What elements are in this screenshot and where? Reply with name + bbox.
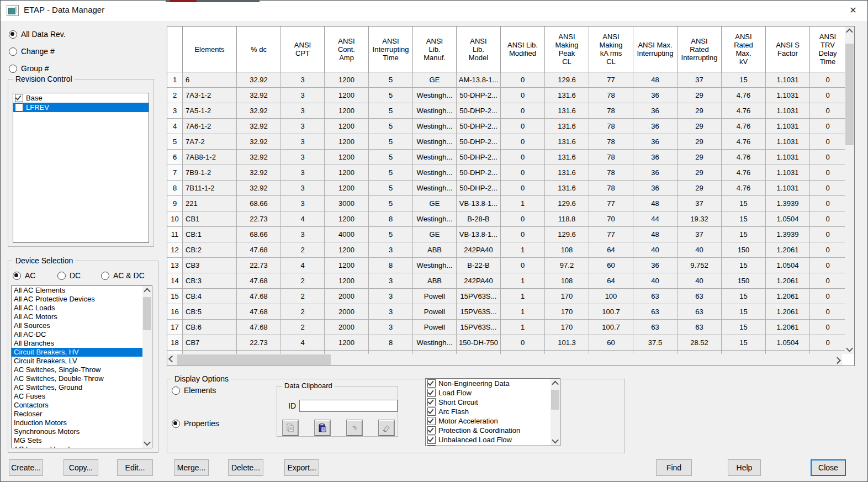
table-cell[interactable]: B-22-B bbox=[457, 258, 501, 273]
checklist-item[interactable]: Short Circuit bbox=[426, 398, 551, 407]
table-cell[interactable]: 0 bbox=[501, 258, 545, 273]
table-cell[interactable]: 0 bbox=[501, 227, 545, 242]
table-cell[interactable]: 1200 bbox=[325, 258, 369, 273]
table-cell[interactable]: 78 bbox=[589, 134, 633, 150]
table-cell[interactable]: GE bbox=[413, 196, 457, 211]
table-cell[interactable]: 5 bbox=[369, 165, 413, 181]
table-cell[interactable]: 0 bbox=[810, 134, 845, 150]
table-cell[interactable]: 0 bbox=[810, 72, 845, 88]
table-cell[interactable]: 36 bbox=[633, 165, 678, 181]
table-cell[interactable]: 100.7 bbox=[589, 304, 633, 320]
table-cell[interactable]: 22.73 bbox=[237, 258, 281, 273]
table-cell[interactable]: 77 bbox=[589, 196, 633, 211]
table-cell[interactable]: 4 bbox=[281, 335, 325, 351]
table-cell[interactable]: 3 bbox=[281, 72, 325, 88]
delete-button[interactable]: Delete... bbox=[228, 459, 263, 476]
scrollbar-thumb[interactable] bbox=[143, 297, 151, 330]
table-cell[interactable]: 242PA40 bbox=[457, 242, 501, 258]
table-cell[interactable]: 150 bbox=[722, 273, 766, 289]
table-cell[interactable]: 101.3 bbox=[545, 335, 589, 351]
table-cell[interactable]: 0 bbox=[501, 211, 545, 227]
row-number-cell[interactable]: 3 bbox=[167, 103, 183, 119]
table-cell[interactable]: 4.76 bbox=[722, 165, 766, 181]
table-cell[interactable]: 2 bbox=[281, 273, 325, 289]
revision-list[interactable]: BaseLFREV bbox=[13, 93, 149, 243]
table-cell[interactable]: 0 bbox=[501, 72, 545, 88]
close-button[interactable]: Close bbox=[811, 459, 846, 476]
table-cell[interactable]: 3 bbox=[369, 320, 413, 335]
table-cell[interactable]: 48 bbox=[633, 196, 678, 211]
radio-properties[interactable] bbox=[172, 420, 180, 428]
table-cell[interactable]: 1.1031 bbox=[766, 181, 810, 196]
table-cell[interactable]: 28.52 bbox=[678, 335, 722, 351]
table-cell[interactable]: 78 bbox=[589, 103, 633, 119]
device-list-item[interactable]: AC Switches, Ground bbox=[12, 383, 142, 392]
table-cell[interactable]: 44 bbox=[633, 211, 678, 227]
table-cell[interactable]: 77 bbox=[589, 227, 633, 242]
table-cell[interactable]: 1200 bbox=[325, 273, 369, 289]
table-cell[interactable]: 32.92 bbox=[237, 165, 281, 181]
table-cell[interactable]: GE bbox=[413, 72, 457, 88]
table-cell[interactable]: 50-DHP-2... bbox=[457, 134, 501, 150]
device-list-item[interactable]: AC Switches, Single-Throw bbox=[12, 366, 142, 374]
scroll-up-button[interactable] bbox=[142, 286, 152, 295]
table-cell[interactable]: 5 bbox=[369, 181, 413, 196]
table-cell[interactable]: B-28-B bbox=[457, 211, 501, 227]
radio-all-data-rev[interactable] bbox=[9, 30, 17, 39]
table-cell[interactable]: 5 bbox=[369, 134, 413, 150]
table-cell[interactable]: 1.1031 bbox=[766, 103, 810, 119]
device-list-item[interactable]: AC Switches, Double-Throw bbox=[12, 374, 142, 383]
table-cell[interactable]: 47.68 bbox=[237, 289, 281, 304]
table-cell[interactable]: 1.2061 bbox=[766, 304, 810, 320]
table-cell[interactable]: 50-DHP-2... bbox=[457, 181, 501, 196]
checklist-item[interactable]: Protection & Coordination bbox=[426, 426, 551, 435]
table-cell[interactable]: 1200 bbox=[325, 103, 369, 119]
table-cell[interactable]: 4 bbox=[281, 211, 325, 227]
table-cell[interactable]: 3 bbox=[281, 150, 325, 165]
table-cell[interactable]: 4.76 bbox=[722, 119, 766, 134]
table-cell[interactable]: 1200 bbox=[325, 119, 369, 134]
table-cell[interactable]: 68.66 bbox=[237, 196, 281, 211]
table-vertical-scrollbar[interactable] bbox=[845, 27, 854, 354]
table-cell[interactable]: 1.1031 bbox=[766, 150, 810, 165]
table-cell[interactable]: 64 bbox=[589, 242, 633, 258]
table-cell[interactable]: 78 bbox=[589, 88, 633, 103]
table-cell[interactable]: 63 bbox=[633, 289, 678, 304]
row-number-cell[interactable]: 2 bbox=[167, 88, 183, 103]
scroll-down-button[interactable] bbox=[845, 345, 854, 354]
table-cell[interactable]: 5 bbox=[369, 72, 413, 88]
checklist-item[interactable]: Load Flow bbox=[426, 388, 551, 398]
row-number-cell[interactable]: 1 bbox=[167, 72, 183, 88]
table-cell[interactable]: 170 bbox=[545, 320, 589, 335]
table-cell[interactable]: CB:5 bbox=[183, 304, 237, 320]
table-cell[interactable]: 40 bbox=[678, 242, 722, 258]
table-cell[interactable]: 15 bbox=[722, 196, 766, 211]
table-cell[interactable]: 3000 bbox=[325, 196, 369, 211]
table-cell[interactable]: 1.1031 bbox=[766, 119, 810, 134]
table-cell[interactable]: 47.68 bbox=[237, 320, 281, 335]
table-cell[interactable]: 50-DHP-2... bbox=[457, 119, 501, 134]
table-cell[interactable]: 0 bbox=[810, 258, 845, 273]
table-cell[interactable]: 48 bbox=[633, 227, 678, 242]
table-cell[interactable]: Westingh... bbox=[413, 165, 457, 181]
table-cell[interactable]: 5 bbox=[369, 227, 413, 242]
table-cell[interactable]: 15 bbox=[722, 227, 766, 242]
table-cell[interactable]: 2 bbox=[281, 289, 325, 304]
table-cell[interactable]: 0 bbox=[810, 88, 845, 103]
table-cell[interactable]: CB:4 bbox=[183, 289, 237, 304]
table-cell[interactable]: 3 bbox=[281, 227, 325, 242]
table-cell[interactable]: 15 bbox=[722, 72, 766, 88]
table-cell[interactable]: 37.5 bbox=[633, 335, 678, 351]
row-number-cell[interactable]: 4 bbox=[167, 119, 183, 134]
table-cell[interactable]: 4.76 bbox=[722, 150, 766, 165]
table-cell[interactable]: 29 bbox=[678, 181, 722, 196]
table-cell[interactable]: 129.6 bbox=[545, 196, 589, 211]
table-cell[interactable]: CB3 bbox=[183, 258, 237, 273]
table-cell[interactable]: 1 bbox=[501, 196, 545, 211]
table-cell[interactable]: 5 bbox=[369, 88, 413, 103]
table-cell[interactable]: 7A7-2 bbox=[183, 134, 237, 150]
table-cell[interactable]: 47.68 bbox=[237, 273, 281, 289]
id-input[interactable] bbox=[299, 400, 398, 412]
table-cell[interactable]: 5 bbox=[369, 150, 413, 165]
scrollbar-thumb[interactable] bbox=[845, 44, 854, 145]
